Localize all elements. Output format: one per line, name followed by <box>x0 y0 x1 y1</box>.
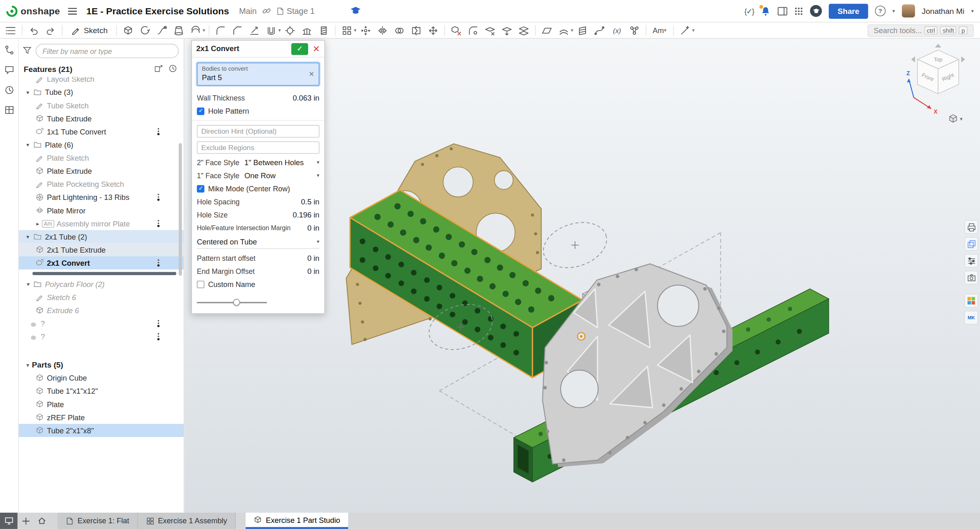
boolean-icon[interactable] <box>392 23 408 37</box>
slider-thumb[interactable] <box>233 299 240 306</box>
helix-icon[interactable] <box>575 23 591 37</box>
feature-row-layout-sketch[interactable]: Layout Sketch <box>19 77 184 85</box>
feature-row-plate-pocketing-sketch[interactable]: Plate Pocketing Sketch <box>19 177 184 191</box>
extrude-group-caret-icon[interactable]: ▾ <box>203 27 205 33</box>
view-cube-top-label[interactable]: Top <box>934 56 942 63</box>
exclude-regions-input[interactable] <box>197 141 320 154</box>
plane-icon[interactable] <box>539 23 555 37</box>
feature-row-sketch-6[interactable]: Sketch 6 <box>19 291 184 304</box>
feature-row-part-lightening[interactable]: Part Lightening - 13 Ribs <box>19 191 184 204</box>
feature-row-unknown-1[interactable]: ? <box>19 317 184 330</box>
feature-state-icon[interactable] <box>157 127 160 136</box>
feature-state-icon[interactable] <box>157 332 160 341</box>
tab-exercise-1-assembly[interactable]: Exercise 1 Assembly <box>138 513 236 529</box>
pin-panel-icon[interactable] <box>154 64 163 75</box>
custom-name-checkbox[interactable] <box>197 280 204 288</box>
document-panel-icon[interactable] <box>778 7 788 15</box>
part-row-origin-cube[interactable]: Origin Cube <box>19 371 184 384</box>
chevron-down-icon[interactable]: ▾ <box>24 141 32 148</box>
part-row-zref-plate[interactable]: zREF Plate <box>19 411 184 424</box>
chevron-down-icon[interactable]: ▾ <box>24 281 32 287</box>
onshape-logo[interactable]: onshape <box>6 5 60 17</box>
featurescript-notices-icon[interactable]: {✓} <box>744 7 754 15</box>
learning-center-icon[interactable] <box>810 5 822 17</box>
feature-row-tube-sketch[interactable]: Tube Sketch <box>19 99 184 112</box>
dialog-cancel-icon[interactable]: ✕ <box>313 45 320 53</box>
link-icon[interactable] <box>262 6 271 16</box>
tab-exercise-1-part-studio-active[interactable]: Exercise 1 Part Studio <box>246 513 348 529</box>
custom-feature-caret-icon[interactable]: ▾ <box>692 27 694 33</box>
thicken-icon[interactable] <box>188 23 204 37</box>
modify-fillet-icon[interactable] <box>465 23 481 37</box>
intersection-margin-input[interactable]: 0 in <box>307 224 320 232</box>
feature-row-assembly-mirror-plate[interactable]: ▸ Am Assembly mirror Plate <box>19 217 184 230</box>
feature-row-2x1-tube-extrude[interactable]: 2x1 Tube Extrude <box>19 243 184 256</box>
part-row-plate[interactable]: Plate <box>19 398 184 411</box>
comments-panel-icon[interactable] <box>4 65 14 75</box>
workspace-name[interactable]: Main <box>239 6 257 16</box>
rib-icon[interactable] <box>299 23 315 37</box>
tables-panel-icon[interactable] <box>4 105 14 115</box>
delete-face-icon[interactable] <box>482 23 499 37</box>
end-margin-offset-input[interactable]: 0 in <box>307 267 320 275</box>
user-avatar[interactable] <box>902 4 915 18</box>
chevron-down-icon[interactable]: ▾ <box>24 362 32 368</box>
transform-icon[interactable] <box>425 23 441 37</box>
revolve-icon[interactable] <box>137 23 153 37</box>
split-icon[interactable] <box>408 23 425 37</box>
mkcad-app-panel-icon[interactable]: MK <box>964 311 978 325</box>
print-3d-panel-icon[interactable] <box>964 220 978 234</box>
chevron-down-icon[interactable]: ▾ <box>24 233 32 240</box>
rollback-bar[interactable] <box>33 272 177 275</box>
tab-manager-icon[interactable] <box>34 513 50 529</box>
presentation-mode-icon[interactable] <box>0 513 18 529</box>
modify-group-caret-icon[interactable]: ▾ <box>278 27 281 33</box>
part-row-tube-2x1x8-selected[interactable]: Tube 2"x1"x8" <box>19 424 184 437</box>
feature-folder-plate[interactable]: ▾ Plate (6) <box>19 138 184 151</box>
view-cube[interactable]: Top Front Right Z X <box>903 43 973 125</box>
branch-indicator[interactable]: Stage 1 <box>276 6 315 16</box>
help-menu-caret-icon[interactable]: ▾ <box>893 8 895 14</box>
feature-row-unknown-2[interactable]: ? <box>19 330 184 343</box>
chevron-right-icon[interactable]: ▸ <box>34 220 42 226</box>
shell-icon[interactable] <box>263 23 280 37</box>
sweep-icon[interactable] <box>154 23 170 37</box>
redo-icon[interactable] <box>43 23 59 37</box>
surface-group-caret-icon[interactable]: ▾ <box>571 27 573 33</box>
derived-icon[interactable] <box>626 23 643 37</box>
feature-history-icon[interactable] <box>168 64 177 75</box>
extrude-icon[interactable] <box>120 23 136 37</box>
delete-part-icon[interactable] <box>448 23 465 37</box>
feature-state-icon[interactable] <box>157 319 160 328</box>
mate-connector-marker[interactable] <box>577 333 585 340</box>
undo-icon[interactable] <box>26 23 42 37</box>
main-menu-icon[interactable] <box>67 7 77 15</box>
feature-folder-polycarb-floor[interactable]: ▾ Polycarb Floor (2) <box>19 278 184 291</box>
feature-state-icon[interactable] <box>157 258 160 267</box>
feature-state-icon[interactable] <box>157 219 160 228</box>
education-icon[interactable] <box>350 6 361 16</box>
feature-tree-scrollbar[interactable] <box>179 143 182 276</box>
linear-pattern-icon[interactable] <box>339 23 355 37</box>
mike-mode-checkbox[interactable] <box>197 185 204 192</box>
display-states-panel-icon[interactable] <box>964 254 978 268</box>
dialog-accept-button[interactable] <box>291 43 308 55</box>
mirror-icon[interactable] <box>374 23 391 37</box>
spline-icon[interactable] <box>591 23 608 37</box>
pattern-group-caret-icon[interactable]: ▾ <box>354 27 356 33</box>
circular-pattern-icon[interactable] <box>358 23 374 37</box>
pattern-start-offset-input[interactable]: 0 in <box>307 253 320 262</box>
hole-size-input[interactable]: 0.196 in <box>293 211 319 219</box>
direction-hint-input[interactable] <box>197 125 320 138</box>
feature-scope-slider[interactable] <box>197 298 267 307</box>
part-row-tube-1x1x12[interactable]: Tube 1"x1"x12" <box>19 385 184 398</box>
offset-surface-icon[interactable] <box>556 23 572 37</box>
feature-folder-2x1-tube[interactable]: ▾ 2x1 Tube (2) <box>19 230 184 243</box>
new-tab-button[interactable] <box>18 513 34 529</box>
sketch-button[interactable]: Sketch <box>66 25 114 36</box>
app-grid-icon[interactable] <box>794 7 803 15</box>
render-app-panel-icon[interactable] <box>964 294 978 308</box>
feature-row-2x1-convert-selected[interactable]: 2x1 Convert <box>19 256 184 269</box>
hole-pattern-checkbox[interactable] <box>197 107 204 114</box>
chamfer-icon[interactable] <box>230 23 246 37</box>
